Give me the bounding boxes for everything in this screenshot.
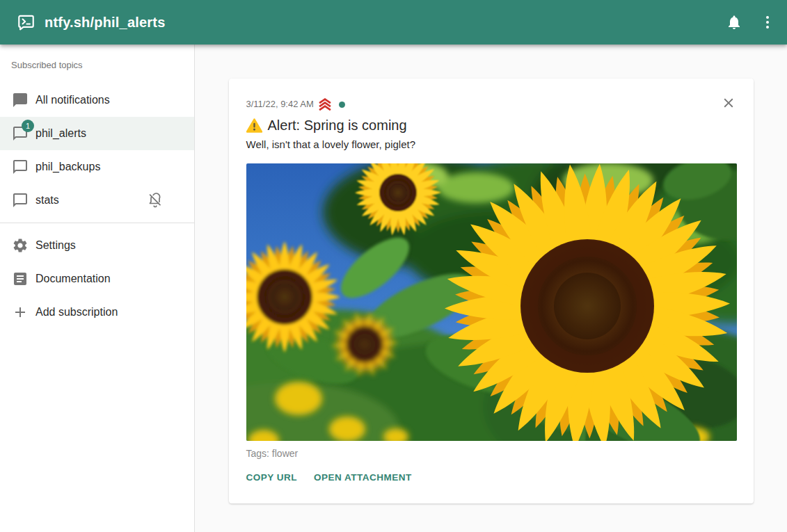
bell-off-icon [147, 192, 164, 209]
sunflower-photo [246, 163, 737, 441]
sidebar-item-label: Settings [35, 239, 76, 252]
chat-bubble-outline-icon [12, 192, 29, 209]
notification-title-text: Alert: Spring is coming [268, 115, 407, 135]
sidebar-item-settings[interactable]: Settings [0, 229, 194, 262]
gear-icon [12, 237, 29, 254]
subscribed-topics-label: Subscribed topics [0, 45, 194, 83]
warning-emoji [246, 118, 262, 133]
sidebar-item-stats[interactable]: stats [0, 184, 194, 217]
sidebar-item-label: stats [35, 194, 59, 207]
main-content: 3/11/22, 9:42 AM [195, 45, 787, 532]
attachment-image[interactable] [246, 163, 737, 441]
notification-card: 3/11/22, 9:42 AM [229, 79, 754, 503]
notification-title: Alert: Spring is coming [246, 115, 736, 135]
sidebar-item-label: Documentation [35, 273, 111, 285]
sidebar-item-add-subscription[interactable]: Add subscription [0, 296, 194, 329]
article-icon [12, 271, 29, 287]
chat-bubble-outline-icon [12, 159, 29, 175]
notification-message: Well, isn't that a lovely flower, piglet… [246, 137, 736, 152]
sidebar-divider [0, 223, 194, 223]
priority-max-icon [317, 97, 333, 111]
chat-bubble-filled-icon [12, 92, 29, 108]
kebab-menu-icon [759, 14, 776, 31]
sidebar-item-all-notifications[interactable]: All notifications [0, 83, 194, 117]
close-icon [721, 95, 736, 111]
app-bar: ntfy.sh/phil_alerts [0, 0, 787, 45]
ntfy-terminal-bubble-icon [17, 13, 35, 32]
unread-count-badge: 1 [22, 120, 34, 132]
close-notification-button[interactable] [715, 89, 742, 117]
notification-actions: COPY URL OPEN ATTACHMENT [246, 471, 736, 485]
notification-timestamp: 3/11/22, 9:42 AM [246, 98, 314, 111]
sidebar-item-label: phil_alerts [35, 127, 86, 140]
sidebar-item-label: phil_backups [35, 161, 100, 173]
sidebar-item-label: All notifications [35, 94, 110, 106]
sidebar-item-phil-alerts[interactable]: 1 phil_alerts [0, 117, 194, 150]
open-attachment-button[interactable]: OPEN ATTACHMENT [314, 471, 412, 485]
sidebar-item-phil-backups[interactable]: phil_backups [0, 150, 194, 184]
notification-meta: 3/11/22, 9:42 AM [246, 97, 736, 111]
chat-bubble-outline-icon: 1 [12, 125, 29, 142]
overflow-menu-button[interactable] [754, 8, 781, 36]
app-bar-actions [720, 8, 781, 36]
sidebar-item-label: Add subscription [35, 306, 118, 319]
sidebar-item-documentation[interactable]: Documentation [0, 262, 194, 296]
notification-tags: Tags: flower [246, 447, 736, 460]
bell-icon [726, 14, 742, 31]
sidebar: Subscribed topics All notifications 1 ph… [0, 45, 195, 532]
ntfy-app: ntfy.sh/phil_alerts Subscribed topics [0, 0, 787, 532]
unread-dot-icon [339, 102, 345, 108]
notifications-button[interactable] [720, 8, 748, 36]
app-bar-title: ntfy.sh/phil_alerts [45, 15, 165, 31]
plus-icon [12, 304, 29, 321]
copy-url-button[interactable]: COPY URL [246, 471, 298, 485]
